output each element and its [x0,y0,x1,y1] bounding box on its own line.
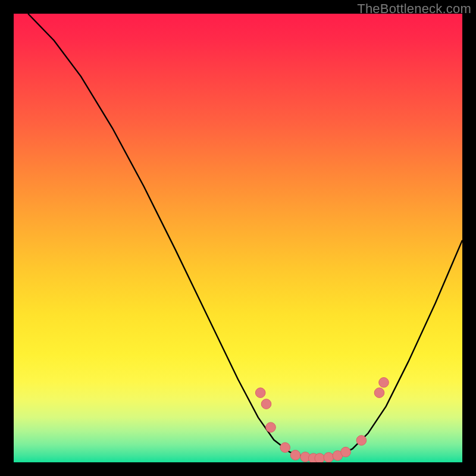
curve-marker [266,422,276,433]
curve-marker [374,388,384,398]
curve-markers [255,378,389,463]
curve-marker [379,378,389,388]
curve-marker [290,450,300,461]
plot-area [14,14,462,462]
outer-frame: TheBottleneck.com [0,0,476,476]
curve-marker [324,452,334,462]
curve-marker [255,388,265,398]
curve-marker [261,399,271,409]
curve-marker [280,443,290,453]
curve-marker [356,436,367,446]
bottleneck-curve [14,14,462,462]
curve-line [28,14,462,458]
curve-marker [341,447,351,457]
curve-marker [315,453,325,462]
